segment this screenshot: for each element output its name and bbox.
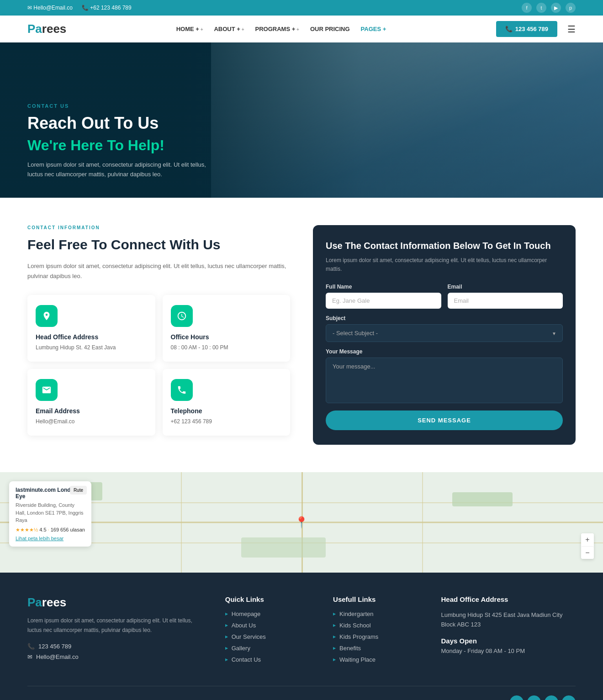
hamburger-icon[interactable]: ☰ <box>567 24 576 35</box>
nav-links: HOME + ABOUT + PROGRAMS + OUR PRICING PA… <box>176 26 386 32</box>
footer-link-gallery[interactable]: Gallery <box>225 645 315 652</box>
footer-days-title: Days Open <box>441 637 576 645</box>
nav-programs[interactable]: PROGRAMS + <box>255 26 299 32</box>
logo[interactable]: Parees <box>27 22 66 36</box>
map-card: Rute lastminute.com London Eye Riverside… <box>9 481 91 547</box>
footer-bottom: ALLRIGHT RESERVED - WIRASTUDIO ELEMENTOR… <box>27 686 576 700</box>
nav-cta-button[interactable]: 📞 123 456 789 <box>496 21 557 37</box>
hero-title: Reach Out To Us <box>27 113 219 133</box>
footer-grid: Parees Lorem ipsum dolor sit amet, conse… <box>27 595 576 668</box>
contact-form-card: Use The Contact Information Below To Get… <box>313 225 576 445</box>
contact-card-email: Email Address Hello@Email.co <box>27 369 155 436</box>
navbar: Parees HOME + ABOUT + PROGRAMS + OUR PRI… <box>0 16 603 42</box>
footer-link-services[interactable]: Our Services <box>225 633 315 640</box>
footer-quick-links-title: Quick Links <box>225 595 315 603</box>
map-zoom-in[interactable]: + <box>581 533 594 546</box>
form-desc: Lorem ipsum dolor sit amet, consectetur … <box>326 256 563 274</box>
clock-icon <box>171 305 193 327</box>
footer-link-kids-school[interactable]: Kids School <box>333 622 423 629</box>
card-email-value: Hello@Email.co <box>36 417 147 426</box>
map-link[interactable]: Lihat peta lebih besar <box>16 536 63 541</box>
card-address-value: Lumbung Hidup St. 42 East Java <box>36 343 147 352</box>
message-textarea[interactable] <box>326 358 563 403</box>
footer-link-about[interactable]: About Us <box>225 622 315 629</box>
logo-rees: rees <box>42 22 67 36</box>
footer-office-title: Head Office Address <box>441 595 576 603</box>
nav-pricing[interactable]: OUR PRICING <box>310 26 350 32</box>
youtube-icon[interactable]: ▶ <box>551 3 561 13</box>
footer-phone-icon: 📞 <box>27 643 35 650</box>
footer-link-waiting[interactable]: Waiting Place <box>333 656 423 663</box>
map-route-button[interactable]: Rute <box>70 486 87 495</box>
top-bar-left: ✉ Hello@Email.co 📞 +62 123 486 789 <box>27 5 132 11</box>
footer-link-kindergarten[interactable]: Kindergarten <box>333 611 423 617</box>
subject-label: Subject <box>326 315 563 321</box>
footer-quick-links-col: Quick Links Homepage About Us Our Servic… <box>225 595 315 668</box>
footer-pinterest-icon[interactable]: p <box>562 695 576 700</box>
map-placeholder: 📍 Rute lastminute.com London Eye Riversi… <box>0 472 603 573</box>
footer-useful-links-col: Usefull Links Kindergarten Kids School K… <box>333 595 423 668</box>
footer-facebook-icon[interactable]: f <box>510 695 524 700</box>
map-card-address: Riverside Building, County Hall, London … <box>16 501 85 524</box>
contact-info-col: CONTACT INFORMATION Feel Free To Connect… <box>27 225 290 445</box>
contact-info-desc: Lorem ipsum dolor sit amet, consectetur … <box>27 261 290 281</box>
phone-icon: 📞 <box>82 5 89 11</box>
form-email-group: Email <box>448 284 563 309</box>
facebook-icon[interactable]: f <box>522 3 532 13</box>
address-icon <box>36 305 58 327</box>
card-hours-title: Office Hours <box>171 333 282 341</box>
footer-email-icon: ✉ <box>27 653 32 660</box>
nav-pages[interactable]: PAGES + <box>361 26 386 32</box>
card-phone-title: Telephone <box>171 407 282 415</box>
phone-icon: 📞 <box>505 26 513 32</box>
email-icon: ✉ <box>27 5 32 11</box>
footer-twitter-icon[interactable]: t <box>527 695 541 700</box>
map-zoom-out[interactable]: − <box>581 546 594 559</box>
footer-office-address: Lumbung Hidup St 425 East Java Madiun Ci… <box>441 611 576 630</box>
full-name-label: Full Name <box>326 284 441 290</box>
topbar-email[interactable]: ✉ Hello@Email.co <box>27 5 73 11</box>
map-zoom-controls: + − <box>581 533 594 559</box>
contact-card-phone: Telephone +62 123 456 789 <box>163 369 291 436</box>
subject-select[interactable]: - Select Subject - Mathematics Science A… <box>326 324 563 342</box>
hero-section: CONTACT US Reach Out To Us We're Here To… <box>0 42 603 198</box>
contact-card-hours: Office Hours 08 : 00 AM - 10 : 00 PM <box>163 295 291 362</box>
subject-select-wrapper: - Select Subject - Mathematics Science A… <box>326 324 563 342</box>
footer-logo: Parees <box>27 595 207 610</box>
form-name-group: Full Name <box>326 284 441 309</box>
pinterest-icon[interactable]: p <box>566 3 576 13</box>
logo-pa: Pa <box>27 22 42 36</box>
map-pin: 📍 <box>295 516 308 529</box>
hero-description: Lorem ipsum dolor sit amet, consectetur … <box>27 160 219 179</box>
contact-info-title: Feel Free To Connect With Us <box>27 237 290 253</box>
nav-home[interactable]: HOME + <box>176 26 203 32</box>
hero-subtitle: We're Here To Help! <box>27 137 219 154</box>
email-input[interactable] <box>448 293 563 309</box>
footer-brand-col: Parees Lorem ipsum dolor sit amet, conse… <box>27 595 207 668</box>
top-bar-right: f t ▶ p <box>522 3 576 13</box>
main-section: CONTACT INFORMATION Feel Free To Connect… <box>0 198 603 472</box>
footer-link-benefits[interactable]: Benefits <box>333 645 423 652</box>
card-phone-value: +62 123 456 789 <box>171 417 282 426</box>
footer-youtube-icon[interactable]: ▶ <box>545 695 558 700</box>
footer-useful-links-title: Usefull Links <box>333 595 423 603</box>
email-icon <box>36 379 58 401</box>
full-name-input[interactable] <box>326 293 441 309</box>
nav-about[interactable]: ABOUT + <box>214 26 244 32</box>
form-subject-group: Subject - Select Subject - Mathematics S… <box>326 315 563 342</box>
footer-link-homepage[interactable]: Homepage <box>225 611 315 617</box>
hero-label: CONTACT US <box>27 103 219 109</box>
send-message-button[interactable]: SEND MESSAGE <box>326 411 563 430</box>
twitter-icon[interactable]: t <box>536 3 546 13</box>
footer-phone: 📞 123 456 789 <box>27 643 207 650</box>
footer: Parees Lorem ipsum dolor sit amet, conse… <box>0 573 603 700</box>
form-message-group: Your Message <box>326 348 563 403</box>
message-label: Your Message <box>326 348 563 355</box>
footer-link-contact[interactable]: Contact Us <box>225 656 315 663</box>
footer-days: Monday - Friday 08 AM - 10 PM <box>441 647 576 654</box>
map-rating: ★★★★½ 4.5 · 169 656 ulasan <box>16 527 85 533</box>
footer-link-kids-programs[interactable]: Kids Programs <box>333 633 423 640</box>
email-label: Email <box>448 284 563 290</box>
topbar-phone[interactable]: 📞 +62 123 486 789 <box>82 5 132 11</box>
hero-content: CONTACT US Reach Out To Us We're Here To… <box>0 103 247 198</box>
